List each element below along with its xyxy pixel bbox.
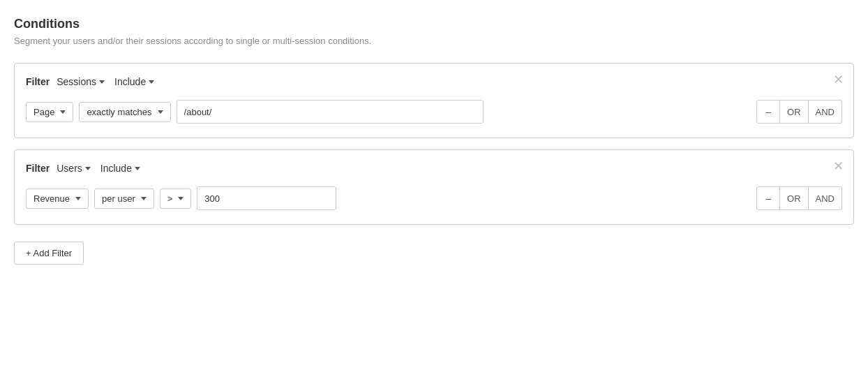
- operator2-chevron-2: [178, 197, 184, 200]
- field-dropdown-2[interactable]: Revenue: [26, 189, 89, 209]
- include-chevron-1: [149, 80, 154, 84]
- operator-chevron-2: [141, 197, 147, 200]
- add-filter-button[interactable]: + Add Filter: [14, 242, 84, 265]
- and-button-2[interactable]: AND: [809, 186, 842, 210]
- operator2-dropdown-2[interactable]: >: [160, 189, 192, 209]
- scope-chevron-1: [99, 80, 105, 84]
- filter-label-1: Filter: [26, 76, 50, 87]
- and-button-1[interactable]: AND: [809, 100, 842, 124]
- scope-chevron-2: [85, 167, 91, 170]
- minus-button-1[interactable]: –: [756, 100, 780, 124]
- include-dropdown-2[interactable]: Include: [98, 161, 143, 175]
- close-button-1[interactable]: ✕: [833, 73, 844, 86]
- include-dropdown-1[interactable]: Include: [112, 75, 157, 89]
- field-dropdown-1[interactable]: Page: [26, 102, 73, 122]
- value-input-1[interactable]: [177, 100, 484, 124]
- filter-label-2: Filter: [26, 163, 50, 174]
- value-input-2[interactable]: [197, 186, 336, 210]
- operator-dropdown-2[interactable]: per user: [94, 189, 154, 209]
- field-chevron-1: [60, 110, 66, 114]
- operator-chevron-1: [158, 110, 163, 114]
- include-chevron-2: [135, 167, 140, 170]
- filter-row-1: Page exactly matches – OR AND: [26, 100, 842, 124]
- action-group-1: – OR AND: [756, 100, 842, 124]
- filter-row-2: Revenue per user > – OR AND: [26, 186, 842, 210]
- action-group-2: – OR AND: [756, 186, 842, 210]
- filter-header-2: Filter Users Include: [26, 161, 842, 175]
- filter-card-2: Filter Users Include ✕ Revenue per user …: [14, 149, 854, 225]
- scope-dropdown-2[interactable]: Users: [54, 161, 93, 175]
- filter-header-1: Filter Sessions Include: [26, 75, 842, 89]
- page-title: Conditions: [14, 17, 854, 31]
- operator-dropdown-1[interactable]: exactly matches: [79, 102, 170, 122]
- scope-dropdown-1[interactable]: Sessions: [54, 75, 107, 89]
- or-button-1[interactable]: OR: [780, 100, 809, 124]
- filter-card-1: Filter Sessions Include ✕ Page exactly m…: [14, 63, 854, 138]
- field-chevron-2: [75, 197, 81, 200]
- close-button-2[interactable]: ✕: [833, 160, 844, 172]
- page-subtitle: Segment your users and/or their sessions…: [14, 36, 854, 46]
- minus-button-2[interactable]: –: [756, 186, 780, 210]
- or-button-2[interactable]: OR: [780, 186, 809, 210]
